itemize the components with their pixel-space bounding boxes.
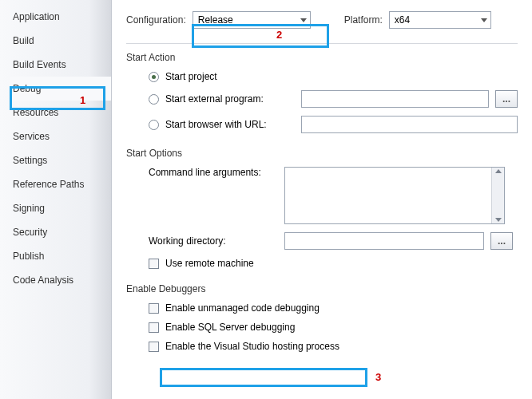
start-browser-input[interactable] [301, 116, 518, 133]
enable-unmanaged-label: Enable unmanaged code debugging [165, 302, 320, 314]
use-remote-option[interactable]: Use remote machine [149, 258, 518, 269]
chevron-down-icon [481, 18, 487, 22]
sidebar-item-settings[interactable]: Settings [10, 148, 111, 172]
sidebar-item-label: Security [13, 227, 47, 238]
enable-hosting-label: Enable the Visual Studio hosting process [165, 341, 339, 352]
start-external-option[interactable]: Start external program: ... [149, 90, 518, 108]
browse-button[interactable]: ... [490, 232, 513, 250]
main-panel: Configuration: Release Platform: x64 Sta… [112, 0, 532, 399]
divider [126, 43, 518, 44]
project-properties-panel: Application Build Build Events Debug Res… [0, 0, 532, 399]
sidebar-item-label: Application [13, 11, 60, 22]
sidebar: Application Build Build Events Debug Res… [0, 0, 112, 399]
sidebar-item-label: Reference Paths [13, 179, 84, 190]
start-external-input[interactable] [301, 90, 489, 108]
enable-debuggers-title: Enable Debuggers [126, 283, 518, 294]
checkbox-icon [149, 259, 159, 269]
enable-sql-label: Enable SQL Server debugging [165, 322, 295, 333]
checkbox-icon [149, 322, 159, 333]
configuration-dropdown[interactable]: Release [193, 11, 311, 29]
start-action-title: Start Action [126, 52, 518, 63]
start-action-section: Start Action Start project Start externa… [126, 52, 518, 133]
sidebar-item-services[interactable]: Services [10, 124, 111, 148]
sidebar-item-label: Settings [13, 155, 47, 166]
cmdline-input[interactable] [284, 167, 505, 224]
platform-label: Platform: [344, 14, 383, 26]
sidebar-item-label: Build [13, 35, 34, 46]
config-toolbar: Configuration: Release Platform: x64 [126, 11, 518, 29]
radio-icon [149, 72, 159, 82]
browse-button[interactable]: ... [495, 90, 518, 108]
sidebar-item-label: Debug [13, 83, 41, 94]
start-options-title: Start Options [126, 148, 518, 159]
workdir-input[interactable] [284, 232, 484, 250]
ellipsis-icon: ... [498, 235, 506, 247]
sidebar-item-reference-paths[interactable]: Reference Paths [10, 172, 111, 196]
checkbox-icon [149, 342, 159, 352]
start-browser-option[interactable]: Start browser with URL: [149, 116, 518, 133]
sidebar-item-label: Services [13, 131, 50, 142]
scroll-up-icon [495, 169, 502, 173]
sidebar-item-application[interactable]: Application [10, 5, 111, 29]
radio-icon [149, 120, 159, 130]
scrollbar[interactable] [491, 168, 504, 223]
enable-hosting-option[interactable]: Enable the Visual Studio hosting process [149, 341, 518, 352]
use-remote-label: Use remote machine [165, 258, 254, 269]
sidebar-item-publish[interactable]: Publish [10, 244, 111, 268]
sidebar-item-debug[interactable]: Debug [10, 77, 111, 101]
sidebar-item-build-events[interactable]: Build Events [10, 53, 111, 77]
radio-icon [149, 94, 159, 105]
sidebar-item-code-analysis[interactable]: Code Analysis [10, 268, 111, 292]
sidebar-item-resources[interactable]: Resources [10, 101, 111, 124]
sidebar-item-label: Publish [13, 251, 44, 262]
scroll-down-icon [495, 218, 502, 222]
start-external-label: Start external program: [165, 93, 295, 105]
enable-sql-option[interactable]: Enable SQL Server debugging [149, 322, 518, 333]
sidebar-item-label: Build Events [13, 59, 66, 70]
start-project-option[interactable]: Start project [149, 71, 518, 82]
workdir-label: Working directory: [149, 235, 278, 247]
sidebar-item-label: Code Analysis [13, 275, 73, 286]
sidebar-item-label: Signing [13, 203, 45, 214]
ellipsis-icon: ... [502, 93, 510, 105]
platform-dropdown[interactable]: x64 [389, 11, 491, 29]
checkbox-icon [149, 303, 159, 314]
sidebar-item-security[interactable]: Security [10, 220, 111, 244]
cmdline-label: Command line arguments: [149, 167, 278, 178]
chevron-down-icon [300, 18, 307, 22]
configuration-value: Release [198, 14, 233, 26]
start-options-section: Start Options Command line arguments: Wo… [126, 148, 518, 269]
sidebar-item-signing[interactable]: Signing [10, 196, 111, 220]
start-project-label: Start project [165, 71, 217, 82]
configuration-label: Configuration: [126, 14, 186, 26]
start-browser-label: Start browser with URL: [165, 119, 295, 130]
sidebar-item-label: Resources [13, 107, 58, 118]
enable-debuggers-section: Enable Debuggers Enable unmanaged code d… [126, 283, 518, 352]
enable-unmanaged-option[interactable]: Enable unmanaged code debugging [149, 302, 518, 314]
platform-value: x64 [395, 14, 410, 26]
sidebar-item-build[interactable]: Build [10, 29, 111, 53]
